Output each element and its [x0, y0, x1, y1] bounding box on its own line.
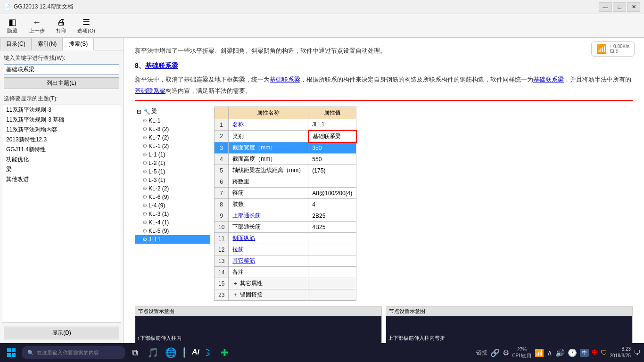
prop-value: 基础联系梁	[308, 131, 356, 142]
prop-expand-row[interactable]: 23 ＋ 锚固搭接	[215, 289, 356, 301]
tree-item[interactable]: ⚙L-1 (1)	[135, 150, 210, 159]
tab-search[interactable]: 搜索(S)	[63, 38, 94, 50]
topic-item[interactable]: 功能优化	[2, 155, 121, 165]
col-val-header: 属性值	[308, 107, 356, 119]
tree-root-label: 梁	[151, 107, 157, 115]
tree-item[interactable]: ⚙KL-3 (1)	[135, 210, 210, 218]
back-icon: ←	[33, 17, 41, 27]
topic-item[interactable]: GGJ11.4新特性	[2, 145, 121, 155]
topic-item[interactable]: 11系新平法规则-3	[2, 105, 121, 115]
link-jll-3[interactable]: 基础联系梁	[135, 87, 165, 94]
topic-item[interactable]: 11系新平法剩增内容	[2, 125, 121, 135]
red-divider	[135, 100, 633, 101]
search-input[interactable]	[4, 64, 119, 74]
row-num: 10	[215, 222, 229, 233]
topic-item[interactable]: 2013新特性12.3	[2, 135, 121, 145]
tree-item[interactable]: ⚙KL-2 (2)	[135, 184, 210, 193]
tree-item[interactable]: ⚙L-2 (1)	[135, 159, 210, 167]
prop-row: 13 其它箍筋	[215, 255, 356, 267]
windows-icon	[7, 348, 16, 357]
section-title-link[interactable]: 基础联系梁	[145, 62, 178, 69]
prop-name: 备注	[229, 267, 308, 278]
tree-item[interactable]: ⚙KL-5 (9)	[135, 227, 210, 235]
clock-icon: 🕐	[568, 348, 577, 357]
tree-item[interactable]: ⚙L-4 (9)	[135, 201, 210, 210]
hide-button[interactable]: ◧ 隐藏	[4, 17, 21, 34]
tree-item[interactable]: ⚙L-5 (1)	[135, 167, 210, 176]
topic-item[interactable]: 11系新平法规则-3 基础	[2, 115, 121, 125]
row-num: 2	[215, 131, 229, 142]
minimize-button[interactable]: —	[599, 2, 612, 12]
link-jll-2[interactable]: 基础联系梁	[533, 76, 564, 83]
panel1-caption: ↑下部纵筋伸入柱内	[137, 335, 182, 342]
prop-name[interactable]: 其它箍筋	[229, 255, 308, 267]
options-button[interactable]: ☰ 选项(O)	[77, 17, 95, 34]
prop-row: 1 名称 JLL1	[215, 119, 356, 131]
up-icon[interactable]: ∧	[547, 348, 553, 357]
prop-row: 8 肢数 4	[215, 199, 356, 210]
antivirus-icon: 🛡	[601, 349, 607, 356]
settings-icon[interactable]: ⚙	[503, 348, 509, 357]
panel1-title: 节点设置示意图	[135, 307, 381, 316]
tab-index[interactable]: 索引(N)	[32, 38, 63, 50]
prop-name[interactable]: ＋ 锚固搭接	[229, 289, 308, 301]
panel1-content: ↑下部纵筋伸入柱内	[135, 316, 381, 343]
prop-name[interactable]: 侧面纵筋	[229, 233, 308, 244]
link-jll-1[interactable]: 基础联系梁	[270, 76, 300, 83]
prop-value	[308, 176, 356, 188]
tree-item[interactable]: ⚙KL-4 (1)	[135, 218, 210, 227]
content-area[interactable]: 📶 ↑ 0.00K/s 🖫 0 新平法中增加了一些水平折梁、斜梁阳角、斜梁阴角的…	[124, 38, 644, 343]
tree-cell: ⊟ 🔧 梁 ⚙KL-1 ⚙KL-8 (2) ⚙KL-7 (2) ⚙KL-1 (2…	[135, 107, 210, 301]
col-num-header	[215, 107, 229, 119]
prop-value: 350	[308, 142, 356, 154]
notification-icon[interactable]: 🗨	[634, 349, 640, 356]
taskbar-app-1[interactable]: 🎵	[144, 344, 161, 361]
print-button[interactable]: 🖨 打印	[53, 17, 70, 34]
task-view-button[interactable]: ⧉	[126, 344, 143, 361]
panel2-content: 上下部纵筋伸入柱内弯折	[386, 316, 632, 343]
prop-name[interactable]: ＋ 其它属性	[229, 278, 308, 289]
prop-row: 2 类别 基础联系梁	[215, 131, 356, 142]
start-button[interactable]	[2, 344, 21, 361]
tab-contents[interactable]: 目录(C)	[0, 38, 32, 50]
prop-name: 肢数	[229, 199, 308, 210]
language-button[interactable]: 中	[580, 349, 589, 357]
back-button[interactable]: ← 上一步	[28, 17, 45, 34]
tree-item-selected[interactable]: ⚙JLL1	[135, 235, 210, 244]
tree-root[interactable]: ⊟ 🔧 梁	[135, 107, 210, 116]
prop-name[interactable]: 名称	[229, 119, 308, 131]
prop-name[interactable]: 上部通长筋	[229, 210, 308, 222]
tree-item[interactable]: ⚙KL-1	[135, 116, 210, 125]
close-button[interactable]: ✕	[627, 2, 640, 12]
tree-item[interactable]: ⚙KL-1 (2)	[135, 142, 210, 150]
bottom-panel-2: 节点设置示意图 上下部纵筋伸入柱内弯折	[386, 306, 633, 343]
tree-item[interactable]: ⚙KL-6 (9)	[135, 193, 210, 201]
prop-value	[308, 244, 356, 255]
row-num: 15	[215, 278, 229, 289]
prop-name[interactable]: 拉筋	[229, 244, 308, 255]
link-label[interactable]: 链接	[476, 349, 487, 357]
display-button[interactable]: 显示(D)	[4, 327, 119, 339]
topic-item[interactable]: 梁	[2, 165, 121, 174]
prop-expand-row[interactable]: 15 ＋ 其它属性	[215, 278, 356, 289]
prop-row: 4 截面高度（mm） 550	[215, 154, 356, 165]
left-panel: 目录(C) 索引(N) 搜索(S) 键入关键字进行查找(W): 列出主题(L) …	[0, 38, 124, 343]
maximize-button[interactable]: □	[613, 2, 626, 12]
list-topics-button[interactable]: 列出主题(L)	[4, 77, 119, 89]
taskbar-app-5[interactable]: ✚	[216, 344, 233, 361]
tree-area: ⊟ 🔧 梁 ⚙KL-1 ⚙KL-8 (2) ⚙KL-7 (2) ⚙KL-1 (2…	[135, 107, 210, 244]
tree-item[interactable]: ⚙L-3 (1)	[135, 176, 210, 184]
taskbar-right: 链接 🔗 ⚙ 27% CPU使用 📶 ∧ 🔊 🕐 中 中 🛡 8:23 2018…	[474, 346, 642, 359]
taskbar-app-2[interactable]: 🌐	[162, 344, 179, 361]
topic-item[interactable]: 其他改进	[2, 174, 121, 184]
taskbar-search[interactable]: 🔍 在这里输入你要搜索的内容	[22, 346, 125, 359]
topics-label: 选择要显示的主题(T):	[0, 93, 123, 105]
tree-item[interactable]: ⚙KL-7 (2)	[135, 133, 210, 142]
prop-name: 截面宽度（mm）	[229, 142, 308, 154]
ai-text: Ai	[192, 348, 199, 356]
ai-corner-label: Ai	[185, 342, 206, 362]
clock-display: 8:23 2018/8/25	[610, 346, 631, 359]
svg-rect-2	[7, 353, 11, 357]
tree-item[interactable]: ⚙KL-8 (2)	[135, 125, 210, 133]
panel2-caption: 上下部纵筋伸入柱内弯折	[388, 335, 445, 342]
